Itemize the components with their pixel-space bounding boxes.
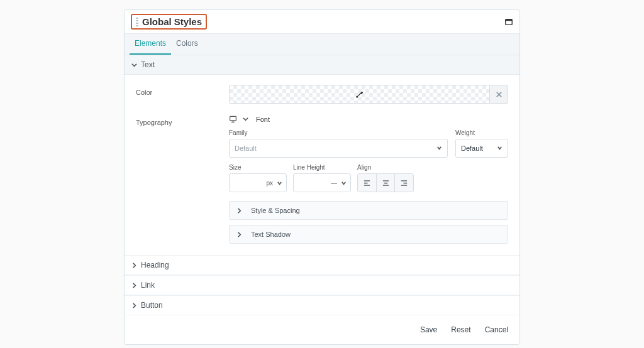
- input-line-height[interactable]: —: [293, 173, 351, 192]
- font-toggle[interactable]: Font: [242, 116, 270, 123]
- color-swatch[interactable]: [229, 85, 489, 104]
- label-line-height: Line Height: [293, 164, 351, 171]
- select-family[interactable]: Default: [229, 139, 448, 158]
- input-size-value[interactable]: [230, 179, 262, 187]
- tab-colors[interactable]: Colors: [171, 34, 203, 55]
- subsection-text-shadow[interactable]: Text Shadow: [229, 225, 508, 244]
- align-right-button[interactable]: [395, 174, 413, 192]
- row-typography: Typography Font Family: [136, 115, 508, 244]
- select-family-value: Default: [235, 144, 257, 152]
- label-size: Size: [229, 164, 287, 171]
- font-fields: Family Default Weight Default: [229, 129, 508, 158]
- section-heading-label: Heading: [141, 261, 169, 269]
- label-weight: Weight: [455, 129, 508, 136]
- section-text-header[interactable]: Text: [125, 55, 519, 75]
- subsection-style-spacing[interactable]: Style & Spacing: [229, 201, 508, 220]
- align-group: [357, 173, 414, 192]
- chevron-right-icon: [131, 262, 137, 268]
- titlebar: Global Styles: [125, 10, 519, 34]
- label-typography: Typography: [136, 115, 229, 126]
- align-left-button[interactable]: [358, 174, 377, 192]
- subsection-text-shadow-label: Text Shadow: [251, 231, 291, 238]
- chevron-right-icon: [236, 207, 242, 214]
- font-toggle-label: Font: [256, 116, 270, 123]
- input-line-height-value[interactable]: [294, 179, 326, 187]
- select-weight-value: Default: [461, 144, 483, 152]
- section-button-label: Button: [141, 301, 163, 310]
- window-mode-icon[interactable]: [504, 18, 513, 26]
- tabs: Elements Colors: [125, 34, 519, 55]
- section-text-label: Text: [141, 60, 155, 69]
- caret-down-icon[interactable]: [341, 180, 350, 186]
- clear-color-button[interactable]: [489, 85, 508, 104]
- subsection-style-spacing-label: Style & Spacing: [251, 207, 300, 214]
- svg-rect-5: [230, 116, 236, 121]
- label-family: Family: [229, 129, 448, 136]
- align-center-button[interactable]: [377, 174, 396, 192]
- section-link-header[interactable]: Link: [125, 275, 519, 295]
- caret-down-icon: [497, 144, 502, 152]
- tab-elements[interactable]: Elements: [130, 34, 171, 55]
- chevron-right-icon: [236, 231, 242, 237]
- label-color: Color: [136, 85, 229, 96]
- chevron-down-icon: [131, 62, 137, 68]
- drag-grip-icon: [136, 18, 138, 26]
- chevron-right-icon: [131, 302, 137, 308]
- global-styles-panel: Global Styles Elements Colors Text Color: [124, 9, 520, 345]
- typography-line: Font: [229, 115, 508, 123]
- caret-down-icon[interactable]: [277, 180, 286, 186]
- row-color: Color: [136, 85, 508, 104]
- reset-button[interactable]: Reset: [450, 323, 472, 337]
- svg-point-2: [356, 97, 357, 97]
- input-size-unit: px: [262, 180, 277, 187]
- desktop-icon[interactable]: [229, 115, 237, 123]
- section-text-body: Color Typography: [125, 75, 519, 255]
- panel-title: Global Styles: [142, 16, 202, 27]
- caret-down-icon: [436, 144, 442, 152]
- chevron-down-icon: [242, 116, 248, 122]
- svg-rect-1: [506, 19, 513, 21]
- section-button-header[interactable]: Button: [125, 295, 519, 315]
- title-highlight: Global Styles: [131, 14, 207, 30]
- chevron-right-icon: [131, 282, 137, 288]
- save-button[interactable]: Save: [419, 323, 438, 337]
- input-size[interactable]: px: [229, 173, 287, 192]
- color-input: [229, 85, 508, 104]
- section-heading-header[interactable]: Heading: [125, 255, 519, 275]
- input-line-height-unit: —: [326, 180, 341, 187]
- select-weight[interactable]: Default: [455, 139, 508, 158]
- font-fields-2: Size px Line Height —: [229, 164, 508, 192]
- footer: Save Reset Cancel: [125, 315, 519, 344]
- cancel-button[interactable]: Cancel: [484, 323, 509, 337]
- typography-subsections: Style & Spacing Text Shadow: [229, 201, 508, 244]
- label-align: Align: [357, 164, 508, 171]
- section-link-label: Link: [141, 281, 155, 290]
